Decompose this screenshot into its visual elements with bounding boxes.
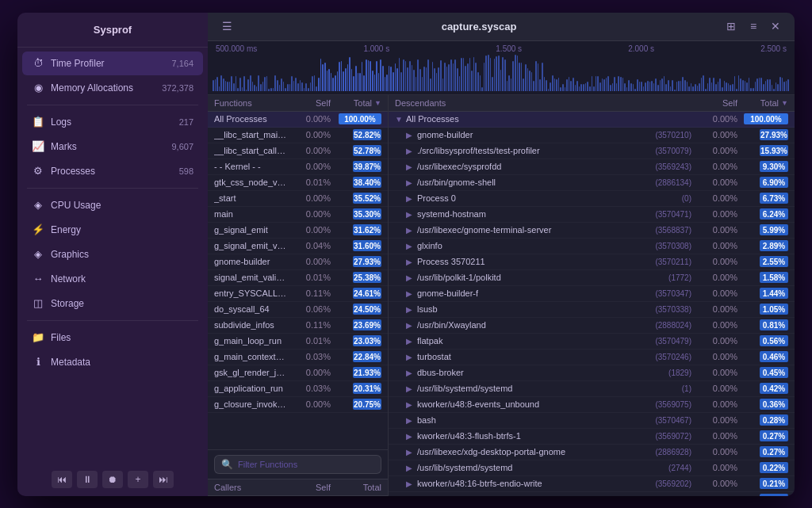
function-row[interactable]: gtk_css_node_validat 0.01% 38.40% xyxy=(208,175,388,191)
sidebar-item-cpu-usage[interactable]: ◈ CPU Usage xyxy=(22,193,203,217)
expand-icon[interactable]: ▶ xyxy=(406,432,417,441)
expand-icon[interactable]: ▶ xyxy=(406,147,417,155)
function-row[interactable]: main 0.00% 35.30% xyxy=(208,207,388,223)
function-row[interactable]: __libc_start_call_mai 0.00% 52.78% xyxy=(208,143,388,159)
descendant-row[interactable]: ▶ /usr/lib/systemd/systemd (2744) 0.00% … xyxy=(389,460,795,476)
total-bar: 100.00% xyxy=(339,113,381,124)
function-row[interactable]: signal_emit_valist_ur 0.01% 25.38% xyxy=(208,270,388,286)
descendant-row[interactable]: ▶ gnome-builder-f (3570347) 0.00% 1.44% xyxy=(389,286,795,302)
descendant-row[interactable]: ▶ turbostat (3570246) 0.00% 0.46% xyxy=(389,349,795,365)
function-row[interactable]: gsk_gl_render_job_vi 0.00% 21.93% xyxy=(208,365,388,381)
prev-button[interactable]: ⏮ xyxy=(52,471,72,488)
expand-icon[interactable]: ▶ xyxy=(406,448,417,456)
expand-icon[interactable]: ▶ xyxy=(406,495,417,496)
timeline-area[interactable]: 500.000 ms 1.000 s 1.500 s 2.000 s 2.500… xyxy=(208,41,795,95)
descendant-row[interactable]: ▶ bash (3570467) 0.00% 0.28% xyxy=(389,413,795,429)
expand-icon[interactable]: ▶ xyxy=(406,416,417,425)
expand-icon[interactable]: ▶ xyxy=(406,242,417,250)
descendant-row[interactable]: ▶ systemd-hostnam (3570471) 0.00% 6.24% xyxy=(389,207,795,223)
function-row[interactable]: g_signal_emit_valist 0.04% 31.60% xyxy=(208,239,388,254)
sidebar-item-energy[interactable]: ⚡ Energy xyxy=(22,218,203,242)
descendant-row[interactable]: ▶ /usr/libexec/gnome-terminal-server (35… xyxy=(389,223,795,239)
sidebar-item-graphics[interactable]: ◈ Graphics xyxy=(22,243,203,266)
function-row[interactable]: entry_SYSCALL_64_a 0.11% 24.61% xyxy=(208,286,388,302)
descendant-row[interactable]: ▶ ./src/libsysprof/tests/test-profiler (… xyxy=(389,143,795,159)
expand-icon[interactable]: ▶ xyxy=(406,258,417,266)
sidebar-item-marks[interactable]: 📈 Marks 9,607 xyxy=(22,135,203,159)
function-row[interactable]: __libc_start_main@G 0.00% 52.82% xyxy=(208,128,388,143)
sidebar-item-memory[interactable]: ◉ Memory Allocations 372,378 xyxy=(22,76,203,100)
descendant-row[interactable]: ▶ kworker/u48:8-events_unbound (3569075)… xyxy=(389,397,795,413)
expand-icon[interactable]: ▶ xyxy=(406,369,417,377)
sidebar-item-processes[interactable]: ⚙ Processes 598 xyxy=(22,159,203,183)
sidebar-toggle-button[interactable]: ☰ xyxy=(217,17,236,36)
descendant-row[interactable]: ▼ All Processes 0.00% 100.00% xyxy=(389,112,795,128)
descendant-row[interactable]: ▶ /usr/libexec/sysprofdd (3569243) 0.00%… xyxy=(389,159,795,175)
sidebar-item-files[interactable]: 📁 Files xyxy=(22,326,203,349)
expand-icon[interactable]: ▶ xyxy=(406,464,417,472)
sidebar-item-time-profiler[interactable]: ⏱ Time Profiler 7,164 xyxy=(22,52,203,75)
descendant-row[interactable]: ▶ Process 3570211 (3570211) 0.00% 2.55% xyxy=(389,254,795,270)
descendant-row[interactable]: ▶ flatpak (3570479) 0.00% 0.56% xyxy=(389,334,795,349)
close-button[interactable]: ✕ xyxy=(766,17,785,36)
function-row[interactable]: subdivide_infos 0.11% 23.69% xyxy=(208,318,388,334)
function-row[interactable]: g_application_run 0.03% 20.31% xyxy=(208,381,388,397)
descendant-row[interactable]: ▶ Process 0 (0) 0.00% 6.73% xyxy=(389,191,795,207)
record-button[interactable]: ⏺ xyxy=(102,471,123,488)
sidebar-item-network[interactable]: ↔ Network xyxy=(22,267,203,291)
view-button[interactable]: ⊞ xyxy=(722,17,741,36)
descendant-row[interactable]: ▶ glxinfo (3570308) 0.00% 2.89% xyxy=(389,239,795,254)
desc-label: /usr/bin/Xwayland xyxy=(417,320,649,330)
function-label: g_main_loop_run xyxy=(214,336,288,346)
sidebar-item-logs[interactable]: 📋 Logs 217 xyxy=(22,110,203,134)
function-row[interactable]: gnome-builder 0.00% 27.93% xyxy=(208,254,388,270)
descendant-row[interactable]: ▶ /usr/libexec/xdg-desktop-portal-gnome … xyxy=(389,445,795,460)
function-row[interactable]: g_closure_invoke_u... 0.00% 20.75% xyxy=(208,397,388,413)
descendant-row[interactable]: ▶ /usr/bin/Xwayland (2888024) 0.00% 0.81… xyxy=(389,318,795,334)
function-row[interactable]: - - Kernel - - 0.00% 39.87% xyxy=(208,159,388,175)
function-row[interactable]: g_main_loop_run 0.01% 23.03% xyxy=(208,334,388,349)
functions-table-body[interactable]: All Processes 0.00% 100.00% __libc_start… xyxy=(208,112,388,449)
expand-icon[interactable]: ▶ xyxy=(406,194,417,203)
filter-input[interactable] xyxy=(238,460,374,469)
expand-icon[interactable]: ▶ xyxy=(406,305,417,314)
timeline-bar xyxy=(620,77,622,91)
expand-icon[interactable]: ▶ xyxy=(406,178,417,187)
expand-icon[interactable]: ▶ xyxy=(406,384,417,393)
next-button[interactable]: ⏭ xyxy=(153,471,174,488)
expand-icon[interactable]: ▼ xyxy=(395,115,406,124)
expand-icon[interactable]: ▶ xyxy=(406,321,417,330)
descendant-row[interactable]: ▶ kworker/u48:16-btrfs-endio-write (3569… xyxy=(389,476,795,492)
descendants-table-body[interactable]: ▼ All Processes 0.00% 100.00% ▶ gnome-bu… xyxy=(389,112,795,496)
expand-icon[interactable]: ▶ xyxy=(406,131,417,139)
menu-button[interactable]: ≡ xyxy=(744,17,763,36)
descendant-row[interactable]: ▶ /usr/bin/gnome-shell (2886134) 0.00% 6… xyxy=(389,175,795,191)
expand-icon[interactable]: ▶ xyxy=(406,479,417,488)
expand-icon[interactable]: ▶ xyxy=(406,337,417,346)
pause-button[interactable]: ⏸ xyxy=(77,471,98,488)
sidebar-item-metadata[interactable]: ℹ Metadata xyxy=(22,350,203,374)
descendant-row[interactable]: ▶ kworker/u48:7-events_unbound (3569074)… xyxy=(389,492,795,496)
expand-icon[interactable]: ▶ xyxy=(406,210,417,219)
sidebar-item-storage[interactable]: ◫ Storage xyxy=(22,292,203,315)
function-row[interactable]: do_syscall_64 0.06% 24.50% xyxy=(208,302,388,318)
descendant-row[interactable]: ▶ lsusb (3570338) 0.00% 1.05% xyxy=(389,302,795,318)
expand-icon[interactable]: ▶ xyxy=(406,400,417,409)
desc-total-bar: 0.36% xyxy=(760,399,788,410)
expand-icon[interactable]: ▶ xyxy=(406,273,417,282)
function-row[interactable]: g_signal_emit 0.00% 31.62% xyxy=(208,223,388,239)
function-row[interactable]: All Processes 0.00% 100.00% xyxy=(208,112,388,128)
descendant-row[interactable]: ▶ gnome-builder (3570210) 0.00% 27.93% xyxy=(389,128,795,143)
desc-label: glxinfo xyxy=(417,241,649,250)
expand-icon[interactable]: ▶ xyxy=(406,289,417,298)
descendant-row[interactable]: ▶ kworker/u48:3-flush-btrfs-1 (3569072) … xyxy=(389,429,795,445)
function-row[interactable]: _start 0.00% 35.52% xyxy=(208,191,388,207)
descendant-row[interactable]: ▶ /usr/lib/systemd/systemd (1) 0.00% 0.4… xyxy=(389,381,795,397)
expand-icon[interactable]: ▶ xyxy=(406,353,417,361)
expand-icon[interactable]: ▶ xyxy=(406,162,417,171)
descendant-row[interactable]: ▶ dbus-broker (1829) 0.00% 0.45% xyxy=(389,365,795,381)
add-button[interactable]: + xyxy=(128,471,148,488)
descendant-row[interactable]: ▶ /usr/lib/polkit-1/polkitd (1772) 0.00%… xyxy=(389,270,795,286)
function-row[interactable]: g_main_context_itera 0.03% 22.84% xyxy=(208,349,388,365)
expand-icon[interactable]: ▶ xyxy=(406,226,417,235)
